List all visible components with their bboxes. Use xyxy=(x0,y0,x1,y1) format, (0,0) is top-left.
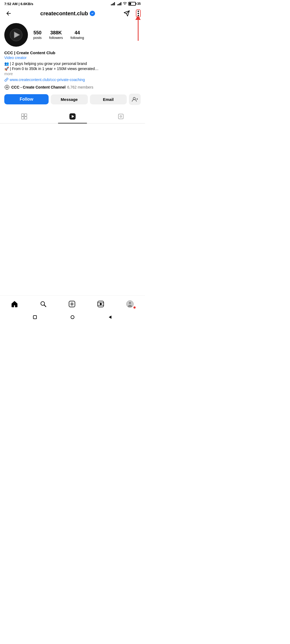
verified-badge xyxy=(90,11,95,16)
followers-count: 388K xyxy=(50,30,62,36)
following-stat: 44 following xyxy=(70,30,84,40)
posts-label: posts xyxy=(33,36,42,40)
android-back-button[interactable] xyxy=(107,314,113,320)
status-bar: 7:52 AM | 6.6KB/s 35 xyxy=(0,0,145,7)
channel-members: 6,762 members xyxy=(67,85,93,89)
svg-rect-36 xyxy=(33,316,37,319)
bio-line-2: 🚀 | From 0 to 350k in 1 year + 150M view… xyxy=(4,67,141,71)
svg-point-0 xyxy=(137,11,139,12)
nav-profile-icon xyxy=(126,300,134,308)
header: createcontent.club xyxy=(0,7,145,20)
circle-icon xyxy=(70,315,75,319)
send-button[interactable] xyxy=(122,9,131,18)
action-buttons: Follow Message Email xyxy=(0,94,145,109)
channel-row[interactable]: CCC - Create Content Channel 6,762 membe… xyxy=(4,85,141,90)
svg-rect-16 xyxy=(24,114,27,116)
following-count: 44 xyxy=(75,30,80,36)
bio-more[interactable]: more xyxy=(4,72,141,76)
grid-icon xyxy=(21,113,27,120)
profile-tabs xyxy=(0,110,145,123)
svg-point-11 xyxy=(9,87,9,88)
svg-point-24 xyxy=(120,116,122,117)
nav-search[interactable] xyxy=(35,299,51,309)
svg-point-10 xyxy=(5,87,6,88)
tab-grid[interactable] xyxy=(0,110,48,123)
profile-stats: 550 posts 388K followers 44 following xyxy=(33,30,141,40)
svg-point-1 xyxy=(137,13,139,14)
android-home-button[interactable] xyxy=(70,314,75,320)
nav-reels[interactable] xyxy=(93,299,108,309)
svg-marker-38 xyxy=(109,316,111,319)
profile-top: 550 posts 388K followers 44 following xyxy=(4,23,141,47)
svg-rect-17 xyxy=(21,117,24,119)
content-area xyxy=(0,123,145,258)
link-icon xyxy=(4,78,9,82)
back-button[interactable] xyxy=(4,9,13,18)
following-label: following xyxy=(70,36,84,40)
wifi-icon xyxy=(123,2,127,6)
tagged-icon xyxy=(118,113,124,120)
home-icon xyxy=(11,301,18,308)
nav-home[interactable] xyxy=(7,299,22,309)
more-options-button[interactable] xyxy=(136,9,141,17)
channel-icon xyxy=(4,85,10,90)
bio-section: CCC | Create Content Club Video creator … xyxy=(0,50,145,90)
header-actions xyxy=(122,9,141,18)
follow-button[interactable]: Follow xyxy=(4,94,49,104)
profile-link[interactable]: www.createcontent.club/ccc-private-coach… xyxy=(4,78,141,82)
status-icons: 35 xyxy=(111,2,141,6)
username-text: createcontent.club xyxy=(40,10,88,17)
nav-profile[interactable] xyxy=(122,299,138,309)
posts-count: 550 xyxy=(34,30,42,36)
message-button[interactable]: Message xyxy=(51,94,88,104)
svg-marker-31 xyxy=(100,303,103,305)
android-square-button[interactable] xyxy=(32,314,38,320)
profile-name: CCC | Create Content Club xyxy=(4,50,141,55)
status-time: 7:52 AM | 6.6KB/s xyxy=(4,2,33,6)
svg-rect-23 xyxy=(118,114,123,119)
add-friend-button[interactable] xyxy=(129,94,141,105)
square-icon xyxy=(33,315,37,319)
android-nav xyxy=(0,312,145,322)
svg-point-8 xyxy=(7,85,8,86)
svg-line-26 xyxy=(44,305,46,307)
email-button[interactable]: Email xyxy=(90,94,127,104)
battery-level: 35 xyxy=(137,2,141,6)
profile-section: 550 posts 388K followers 44 following xyxy=(0,20,145,47)
svg-rect-15 xyxy=(21,114,24,116)
signal-icon-2 xyxy=(117,2,121,5)
svg-point-2 xyxy=(137,15,139,16)
svg-rect-18 xyxy=(24,117,27,119)
avatar xyxy=(4,23,28,47)
tab-reels[interactable] xyxy=(48,110,97,123)
followers-label: followers xyxy=(49,36,63,40)
username-title: createcontent.club xyxy=(40,10,95,17)
signal-icon xyxy=(111,2,115,5)
nav-create[interactable] xyxy=(64,299,80,309)
svg-point-37 xyxy=(71,316,74,319)
link-text[interactable]: www.createcontent.club/ccc-private-coach… xyxy=(10,78,85,82)
svg-point-35 xyxy=(129,302,131,304)
bottom-nav xyxy=(0,295,145,312)
followers-stat: 388K followers xyxy=(49,30,63,40)
reels-icon xyxy=(69,113,76,120)
battery-icon xyxy=(128,2,136,6)
bio-line-1: 👥 | 2 guys helping you grow your persona… xyxy=(4,61,141,66)
posts-stat: 550 posts xyxy=(33,30,42,40)
nav-reels-icon xyxy=(97,301,104,308)
svg-point-9 xyxy=(7,89,8,90)
create-icon xyxy=(68,301,75,308)
svg-point-7 xyxy=(6,86,8,88)
tab-tagged[interactable] xyxy=(97,110,145,123)
back-triangle-icon xyxy=(108,315,112,319)
search-icon xyxy=(40,301,47,308)
channel-name: CCC - Create Content Channel xyxy=(11,85,66,89)
svg-point-12 xyxy=(133,97,135,100)
notification-dot xyxy=(133,306,136,309)
profile-category[interactable]: Video creator xyxy=(4,56,141,60)
